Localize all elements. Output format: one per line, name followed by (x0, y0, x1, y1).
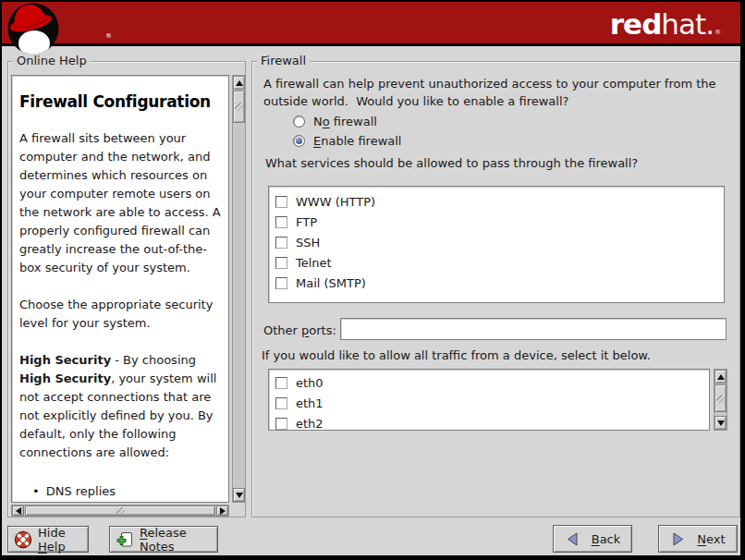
other-ports-input[interactable] (340, 318, 727, 340)
scroll-up-button[interactable] (233, 76, 245, 90)
logo-registered-mark: ® (105, 32, 112, 40)
help-title: Firewall Configuration (19, 92, 221, 111)
device-list: eth0 eth1 eth2 (268, 369, 710, 431)
help-bullet-item: •DNS replies (32, 482, 221, 501)
checkbox[interactable] (275, 237, 287, 249)
button-label: Back (592, 532, 621, 546)
device-row-eth1[interactable]: eth1 (275, 393, 702, 413)
firewall-panel: Firewall A firewall can help prevent una… (251, 61, 740, 517)
thumb-grip (235, 103, 243, 111)
next-button[interactable]: Next (658, 525, 738, 553)
service-label: Telnet (296, 256, 332, 270)
radio-no-firewall[interactable]: No firewall (293, 112, 377, 130)
help-vertical-scrollbar[interactable] (232, 75, 246, 503)
release-notes-button[interactable]: Release Notes (109, 526, 218, 553)
help-paragraph-2: Choose the appropriate security level fo… (19, 296, 221, 333)
release-notes-icon (116, 530, 134, 549)
checkbox[interactable] (275, 196, 287, 208)
thumb-grip (716, 395, 725, 403)
registered-mark: ® (714, 29, 720, 36)
header-bar: redhat.® ® (2, 2, 740, 46)
scroll-up-button[interactable] (714, 370, 727, 383)
device-row-eth2[interactable]: eth2 (275, 413, 702, 431)
scroll-thumb[interactable] (233, 91, 245, 123)
device-hint-text: If you would like to allow all traffic f… (262, 348, 651, 362)
service-label: FTP (296, 215, 317, 229)
online-help-label: Online Help (13, 54, 91, 67)
hide-help-button[interactable]: Hide Help (7, 526, 89, 553)
down-arrow-icon (717, 420, 725, 426)
help-paragraph-3: High Security - By choosing High Securit… (19, 351, 221, 462)
checkbox[interactable] (275, 277, 287, 289)
right-arrow-icon (220, 507, 226, 515)
left-arrow-icon (16, 507, 21, 515)
services-question: What services should be allowed to pass … (265, 156, 638, 170)
scroll-thumb[interactable] (25, 505, 215, 516)
checkbox[interactable] (275, 257, 287, 269)
redhat-wordmark: redhat.® (610, 7, 720, 49)
next-arrow-icon (670, 531, 686, 547)
firewall-intro-text: A firewall can help prevent unauthorized… (263, 75, 716, 110)
service-row-mail[interactable]: Mail (SMTP) (275, 273, 717, 293)
service-row-ftp[interactable]: FTP (275, 212, 717, 232)
scroll-right-button[interactable] (216, 505, 228, 516)
service-label: SSH (296, 236, 320, 250)
service-label: WWW (HTTP) (296, 195, 375, 209)
device-label: eth2 (296, 417, 324, 431)
other-ports-label: Other ports: (263, 323, 336, 337)
services-list: WWW (HTTP) FTP SSH Telnet Mail (SMTP) (268, 186, 725, 303)
checkbox[interactable] (275, 418, 287, 430)
button-label: Release Notes (140, 526, 212, 554)
online-help-panel: Online Help Firewall Configuration A fir… (7, 61, 246, 517)
help-text-area: Firewall Configuration A firewall sits b… (11, 75, 229, 503)
service-row-www[interactable]: WWW (HTTP) (275, 191, 717, 212)
checkbox[interactable] (275, 397, 287, 409)
down-arrow-icon (236, 493, 243, 498)
back-button[interactable]: Back (553, 525, 632, 553)
scroll-thumb[interactable] (714, 384, 727, 412)
wordmark-hat: hat. (661, 7, 714, 41)
back-arrow-icon (565, 531, 580, 547)
button-label: Next (697, 532, 725, 546)
help-paragraph-1: A firewall sits between your computer an… (19, 129, 221, 277)
wordmark-red: red (610, 7, 662, 41)
firewall-label: Firewall (257, 54, 310, 67)
service-label: Mail (SMTP) (296, 276, 366, 290)
redhat-shadowman-logo (6, 2, 60, 55)
scroll-down-button[interactable] (233, 488, 245, 502)
device-list-scrollbar[interactable] (714, 369, 727, 431)
checkbox[interactable] (275, 216, 287, 228)
scroll-down-button[interactable] (714, 416, 727, 430)
radio-enable-firewall[interactable]: Enable firewall (293, 131, 402, 150)
scroll-left-button[interactable] (12, 505, 24, 516)
up-arrow-icon (717, 374, 725, 380)
radio-icon[interactable] (293, 116, 305, 128)
device-row-eth0[interactable]: eth0 (275, 372, 702, 393)
device-label: eth1 (296, 396, 324, 410)
device-label: eth0 (296, 376, 324, 390)
thumb-grip (116, 507, 125, 514)
radio-label: Enable firewall (313, 134, 402, 148)
checkbox[interactable] (275, 377, 287, 389)
button-label: Hide Help (38, 526, 82, 554)
radio-icon-selected[interactable] (293, 135, 305, 147)
installer-window: redhat.® ® Online Help Firewall Configur… (0, 0, 745, 560)
help-horizontal-scrollbar[interactable] (11, 505, 229, 517)
up-arrow-icon (236, 80, 243, 86)
service-row-ssh[interactable]: SSH (275, 232, 717, 252)
radio-label: No firewall (313, 115, 377, 128)
service-row-telnet[interactable]: Telnet (275, 252, 717, 273)
life-preserver-icon (14, 530, 32, 549)
